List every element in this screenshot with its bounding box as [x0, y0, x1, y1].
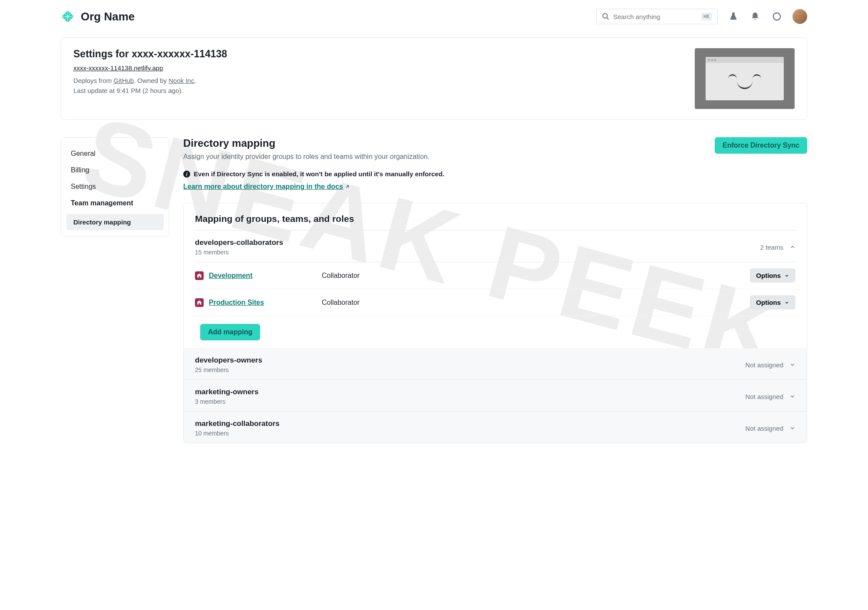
learn-more-link[interactable]: Learn more about directory mapping in th… [183, 183, 350, 191]
group-status: Not assigned [745, 393, 783, 400]
site-url-link[interactable]: xxxx-xxxxxx-114138.netlify.app [73, 64, 163, 72]
group-name: developers-collaborators [195, 238, 283, 247]
group-header[interactable]: marketing-collaborators 10 members Not a… [184, 412, 807, 443]
info-line: i Even if Directory Sync is enabled, it … [183, 170, 807, 178]
add-mapping-button[interactable]: Add mapping [200, 324, 260, 340]
options-button[interactable]: Options [750, 295, 795, 310]
labs-icon[interactable] [727, 10, 739, 23]
group-name: marketing-owners [195, 388, 258, 396]
group-members: 10 members [195, 430, 280, 437]
content: Directory mapping Assign your identity p… [183, 137, 807, 443]
bell-icon[interactable] [749, 10, 761, 23]
topbar: Org Name ⌘K [61, 9, 807, 24]
options-button[interactable]: Options [750, 268, 795, 283]
info-text: Even if Directory Sync is enabled, it wo… [194, 170, 444, 178]
sidebar-item-settings[interactable]: Settings [61, 178, 169, 195]
chevron-up-icon [789, 244, 795, 250]
page-subtitle: Assign your identity provider groups to … [183, 153, 429, 161]
team-link[interactable]: Production Sites [209, 299, 322, 307]
external-link-icon [345, 184, 350, 189]
chevron-down-icon [789, 393, 795, 399]
chevron-down-icon [789, 362, 795, 368]
group-name: marketing-collaborators [195, 419, 280, 428]
mapping-section-title: Mapping of groups, teams, and roles [195, 214, 795, 231]
group-members: 3 members [195, 398, 258, 405]
chevron-down-icon [784, 300, 789, 305]
group-status: Not assigned [745, 425, 783, 432]
group-members: 15 members [195, 249, 283, 256]
enforce-directory-sync-button[interactable]: Enforce Directory Sync [715, 137, 807, 154]
deploys-line: Deploys from GitHub. Owned by Nook Inc. [73, 77, 227, 84]
sidebar-item-general[interactable]: General [61, 145, 169, 162]
team-row: Production Sites Collaborator Options [190, 289, 801, 316]
sidebar: General Billing Settings Team management… [61, 137, 169, 237]
top-actions: ⌘K [596, 9, 807, 24]
team-row: Development Collaborator Options [190, 262, 801, 289]
group-header[interactable]: marketing-owners 3 members Not assigned [184, 380, 807, 412]
group-header[interactable]: developers-owners 25 members Not assigne… [184, 348, 807, 380]
avatar[interactable] [792, 9, 807, 24]
info-icon: i [183, 171, 190, 178]
svg-point-8 [775, 15, 778, 18]
sidebar-subitem-directory-mapping[interactable]: Directory mapping [66, 214, 164, 230]
search-icon [602, 13, 610, 20]
team-icon [195, 271, 204, 280]
group-header[interactable]: developers-collaborators 15 members 2 te… [195, 231, 795, 262]
chevron-down-icon [789, 425, 795, 431]
settings-card: Settings for xxxx-xxxxxx-114138 xxxx-xxx… [61, 37, 807, 120]
role-text: Collaborator [322, 272, 750, 280]
group-status: Not assigned [745, 361, 783, 369]
brand[interactable]: Org Name [61, 10, 135, 23]
svg-line-6 [607, 17, 609, 20]
github-link[interactable]: GitHub [114, 77, 134, 84]
search-shortcut: ⌘K [701, 13, 712, 20]
browser-illustration [695, 48, 795, 109]
owner-link[interactable]: Nook Inc [168, 77, 194, 84]
logo-icon [61, 10, 75, 23]
sidebar-item-team-management[interactable]: Team management [61, 195, 169, 211]
mapping-card: Mapping of groups, teams, and roles deve… [183, 203, 807, 443]
search-box[interactable]: ⌘K [596, 9, 718, 24]
group-name: developers-owners [195, 356, 262, 365]
page-title: Directory mapping [183, 137, 429, 149]
teams-count: 2 teams [760, 244, 783, 251]
settings-title: Settings for xxxx-xxxxxx-114138 [73, 48, 227, 60]
sidebar-item-billing[interactable]: Billing [61, 162, 169, 178]
chevron-down-icon [784, 273, 789, 278]
role-text: Collaborator [322, 299, 750, 307]
svg-point-5 [603, 13, 607, 18]
org-name: Org Name [81, 10, 135, 23]
search-input[interactable] [613, 13, 697, 20]
team-icon [195, 298, 204, 307]
team-link[interactable]: Development [209, 272, 322, 280]
last-update: Last update at 9:41 PM (2 hours ago). [73, 87, 227, 94]
help-icon[interactable] [771, 10, 783, 23]
group-members: 25 members [195, 366, 262, 373]
